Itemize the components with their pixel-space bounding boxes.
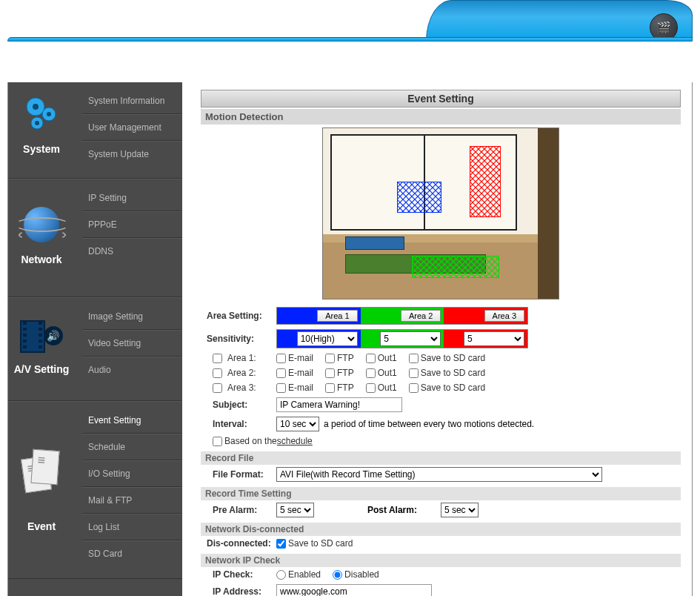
file-format-label: File Format: — [201, 469, 272, 480]
sidebar-item-ddns[interactable]: DDNS — [82, 238, 182, 264]
svg-rect-8 — [412, 256, 499, 278]
motion-zone-2[interactable] — [412, 256, 499, 278]
sidebar-item-image-setting[interactable]: Image Setting — [82, 304, 182, 330]
area3-label: Area 3: — [227, 383, 256, 393]
sidebar-item-schedule[interactable]: Schedule — [82, 434, 182, 460]
area3-button[interactable]: Area 3 — [484, 310, 524, 322]
window-header: 🎬 — [0, 0, 700, 41]
sensitivity-label: Sensitivity: — [201, 334, 272, 344]
gear-icon — [17, 90, 65, 138]
svg-point-4 — [47, 112, 51, 116]
sidebar-item-system-update[interactable]: System Update — [82, 141, 182, 167]
area2-email-checkbox[interactable] — [276, 368, 286, 378]
area2-sd-checkbox[interactable] — [409, 368, 419, 378]
ipcheck-disabled-radio[interactable] — [333, 570, 342, 580]
area3-out1-checkbox[interactable] — [366, 383, 376, 393]
sidebar-item-log-list[interactable]: Log List — [82, 514, 182, 540]
sidebar-section-network: Network — [8, 254, 75, 265]
post-alarm-label: Post Alarm: — [367, 505, 417, 515]
header-bar — [7, 37, 693, 42]
schedule-link[interactable]: schedule — [277, 436, 313, 446]
svg-point-3 — [33, 104, 39, 110]
sidebar-section-event: Event — [8, 520, 75, 532]
area2-out1-checkbox[interactable] — [366, 368, 376, 378]
ipcheck-enabled-radio[interactable] — [276, 570, 286, 580]
sensitivity-2-select[interactable]: 5 — [380, 331, 441, 346]
area3-email-checkbox[interactable] — [276, 383, 286, 393]
area2-button[interactable]: Area 2 — [401, 310, 441, 322]
svg-point-5 — [35, 121, 39, 125]
disconnected-sd-checkbox[interactable] — [276, 539, 286, 549]
area2-label: Area 2: — [227, 368, 256, 378]
sidebar-item-video-setting[interactable]: Video Setting — [82, 330, 182, 357]
sidebar-item-ip-setting[interactable]: IP Setting — [82, 185, 182, 211]
pre-alarm-select[interactable]: 5 sec — [276, 503, 314, 517]
sensitivity-1-select[interactable]: 10(High) — [297, 331, 358, 346]
sidebar-item-mail-ftp[interactable]: Mail & FTP — [82, 487, 182, 514]
dis-connected-label: Dis-connected: — [201, 538, 272, 549]
area1-ftp-checkbox[interactable] — [325, 354, 335, 363]
area3-enable-checkbox[interactable] — [213, 383, 222, 393]
sidebar-section-system: System — [8, 143, 75, 155]
interval-select[interactable]: 10 sec — [276, 417, 319, 431]
area1-button[interactable]: Area 1 — [317, 310, 357, 322]
record-file-header: Record File — [201, 451, 681, 465]
sidebar-item-system-information[interactable]: System Information — [82, 88, 182, 114]
area3-sd-checkbox[interactable] — [409, 383, 419, 393]
sidebar-item-pppoe[interactable]: PPPoE — [82, 211, 182, 238]
motion-zone-1[interactable] — [397, 182, 441, 213]
motion-zone-3[interactable] — [470, 146, 501, 217]
svg-rect-6 — [397, 182, 441, 213]
clipboard-icon — [17, 446, 65, 494]
area1-label: Area 1: — [227, 353, 256, 363]
motion-detection-header: Motion Detection — [201, 109, 681, 125]
ip-address-label: IP Address: — [201, 586, 272, 596]
sidebar-section-av: A/V Setting — [8, 363, 75, 375]
sidebar-item-event-setting[interactable]: Event Setting — [82, 408, 182, 434]
network-ipcheck-header: Network IP Check — [201, 554, 681, 567]
sidebar: System System Information User Managemen… — [8, 82, 182, 596]
file-format-select[interactable]: AVI File(with Record Time Setting) — [276, 467, 602, 482]
svg-rect-7 — [470, 146, 501, 217]
pre-alarm-label: Pre Alarm: — [201, 505, 272, 515]
sidebar-item-sd-card[interactable]: SD Card — [82, 540, 182, 566]
subject-label: Subject: — [201, 400, 272, 410]
based-label: Based on the — [224, 436, 277, 446]
area1-sd-checkbox[interactable] — [409, 354, 419, 363]
area2-enable-checkbox[interactable] — [213, 368, 222, 378]
area1-out1-checkbox[interactable] — [366, 354, 376, 363]
record-time-header: Record Time Setting — [201, 487, 681, 500]
post-alarm-select[interactable]: 5 sec — [441, 503, 479, 517]
content-panel: Event Setting Motion Detection Area — [182, 82, 692, 596]
ipcheck-label: IP Check: — [201, 569, 272, 580]
video-preview[interactable] — [322, 128, 559, 299]
sidebar-item-audio[interactable]: Audio — [82, 357, 182, 383]
based-schedule-checkbox[interactable] — [213, 437, 222, 446]
av-icon: 🔊 — [17, 313, 65, 361]
interval-label: Interval: — [201, 419, 272, 429]
area2-ftp-checkbox[interactable] — [325, 368, 335, 378]
area-setting-label: Area Setting: — [201, 311, 272, 321]
subject-input[interactable] — [276, 397, 402, 412]
sidebar-item-io-setting[interactable]: I/O Setting — [82, 460, 182, 487]
area1-email-checkbox[interactable] — [276, 354, 286, 363]
interval-note: a period of time between every two motio… — [324, 419, 534, 429]
sensitivity-3-select[interactable]: 5 — [464, 331, 524, 346]
area3-ftp-checkbox[interactable] — [325, 383, 335, 393]
page-title: Event Setting — [201, 90, 681, 107]
area1-enable-checkbox[interactable] — [213, 354, 222, 363]
ip-address-input[interactable] — [276, 584, 432, 596]
sidebar-item-user-management[interactable]: User Management — [82, 114, 182, 141]
network-dis-header: Network Dis-connected — [201, 523, 681, 536]
globe-icon — [17, 200, 65, 248]
